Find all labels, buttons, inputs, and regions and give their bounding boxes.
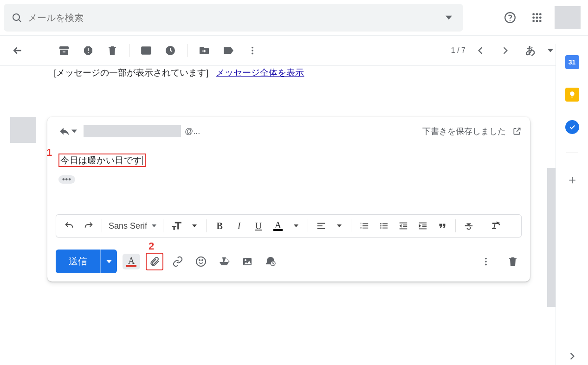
compose-more-icon[interactable] — [477, 253, 495, 270]
undo-icon[interactable] — [60, 217, 78, 235]
mark-unread-icon[interactable] — [136, 40, 156, 61]
fmt-separator — [308, 219, 308, 232]
svg-point-2 — [505, 13, 515, 23]
font-family-select[interactable]: Sans Serif — [106, 221, 159, 231]
text-cursor — [142, 156, 143, 165]
align-button[interactable] — [312, 217, 330, 235]
prev-page-icon[interactable] — [470, 40, 491, 61]
svg-point-44 — [485, 263, 487, 265]
confidential-mode-icon[interactable] — [262, 253, 279, 270]
move-to-icon[interactable] — [194, 40, 214, 61]
svg-point-0 — [13, 14, 19, 20]
scrollbar-thumb[interactable] — [547, 168, 556, 307]
view-full-message-link[interactable]: メッセージ全体を表示 — [216, 68, 304, 77]
svg-rect-18 — [317, 225, 323, 226]
discard-draft-icon[interactable] — [504, 253, 522, 270]
svg-point-15 — [252, 50, 253, 51]
svg-point-43 — [485, 261, 487, 263]
fmt-separator — [482, 219, 482, 232]
header — [0, 0, 588, 35]
svg-point-12 — [539, 20, 542, 22]
compose-card: @... 下書きを保存しました 1 今日は暖かい日です ••• Sans Ser… — [47, 117, 530, 282]
side-panel-collapse-icon[interactable] — [568, 352, 576, 360]
reply-type-button[interactable] — [56, 123, 80, 139]
insert-link-icon[interactable] — [169, 253, 187, 270]
underline-button[interactable]: U — [249, 217, 268, 235]
tasks-app-icon[interactable] — [565, 120, 579, 134]
strikethrough-icon[interactable] — [459, 217, 478, 235]
font-family-label: Sans Serif — [109, 221, 147, 231]
svg-rect-29 — [400, 229, 407, 230]
svg-rect-28 — [403, 226, 407, 227]
labels-icon[interactable] — [218, 40, 239, 61]
mail-toolbar: 1 / 7 あ — [0, 36, 588, 65]
show-trimmed-content-button[interactable]: ••• — [58, 175, 75, 184]
remove-formatting-icon[interactable] — [486, 217, 504, 235]
numbered-list-icon[interactable] — [355, 217, 374, 235]
back-arrow-icon[interactable] — [7, 40, 28, 61]
svg-point-40 — [245, 259, 246, 261]
send-button[interactable]: 送信 — [56, 250, 100, 273]
align-caret-icon[interactable] — [331, 217, 347, 235]
search-input[interactable] — [23, 13, 441, 23]
search-icon — [10, 12, 23, 23]
popout-icon[interactable] — [512, 127, 522, 136]
italic-button[interactable]: I — [230, 217, 248, 235]
input-method-caret-icon[interactable] — [545, 40, 556, 61]
search-bar[interactable] — [4, 4, 463, 32]
svg-point-16 — [252, 53, 253, 55]
compose-body[interactable]: 1 今日は暖かい日です ••• — [56, 139, 522, 209]
svg-rect-30 — [419, 223, 427, 224]
indent-more-icon[interactable] — [414, 217, 432, 235]
trimmed-label: [メッセージの一部が表示されています] — [54, 68, 209, 77]
recipient-chip[interactable] — [84, 125, 181, 137]
svg-rect-23 — [382, 224, 388, 224]
account-avatar[interactable] — [555, 6, 581, 29]
fmt-separator — [455, 219, 456, 232]
send-options-caret-icon[interactable] — [100, 250, 117, 273]
keep-app-icon[interactable] — [565, 88, 579, 102]
help-icon[interactable] — [501, 8, 519, 27]
more-vert-icon[interactable] — [242, 40, 263, 61]
calendar-app-icon[interactable]: 31 — [565, 55, 579, 69]
svg-point-11 — [536, 20, 538, 22]
sender-avatar — [10, 117, 36, 143]
delete-icon[interactable] — [102, 40, 123, 61]
insert-photo-icon[interactable] — [239, 253, 256, 270]
indent-less-icon[interactable] — [394, 217, 413, 235]
svg-point-22 — [380, 227, 381, 229]
snooze-icon[interactable] — [160, 40, 181, 61]
svg-rect-32 — [422, 226, 426, 227]
add-addon-icon[interactable]: ＋ — [566, 172, 578, 188]
compose-actions-row: 送信 A 2 — [56, 250, 522, 273]
compose-body-text[interactable]: 今日は暖かい日です — [58, 154, 146, 167]
apps-grid-icon[interactable] — [528, 8, 546, 27]
svg-point-10 — [532, 20, 535, 22]
svg-point-7 — [532, 17, 535, 19]
archive-icon[interactable] — [54, 40, 74, 61]
formatting-toggle-button[interactable]: A — [123, 254, 140, 269]
svg-point-5 — [536, 13, 538, 15]
insert-emoji-icon[interactable] — [192, 253, 210, 270]
side-panel: 31 ＋ — [556, 44, 588, 365]
svg-point-42 — [485, 257, 487, 259]
font-size-caret-icon[interactable] — [187, 217, 202, 235]
redo-icon[interactable] — [79, 217, 98, 235]
attach-file-icon[interactable] — [146, 253, 163, 270]
text-color-caret-icon[interactable] — [288, 217, 304, 235]
text-color-button[interactable]: A — [269, 221, 287, 231]
quote-icon[interactable] — [433, 217, 452, 235]
svg-rect-17 — [317, 223, 325, 224]
svg-point-37 — [199, 260, 200, 261]
bulleted-list-icon[interactable] — [375, 217, 393, 235]
report-spam-icon[interactable] — [78, 40, 98, 61]
svg-point-14 — [252, 47, 253, 49]
search-options-caret-icon[interactable] — [441, 14, 457, 21]
input-method-icon[interactable]: あ — [520, 40, 541, 61]
insert-drive-icon[interactable] — [215, 253, 233, 270]
svg-point-6 — [539, 13, 542, 15]
next-page-icon[interactable] — [495, 40, 516, 61]
bold-button[interactable]: B — [210, 217, 229, 235]
font-size-icon[interactable] — [167, 217, 186, 235]
draft-saved-label: 下書きを保存しました — [422, 126, 506, 137]
